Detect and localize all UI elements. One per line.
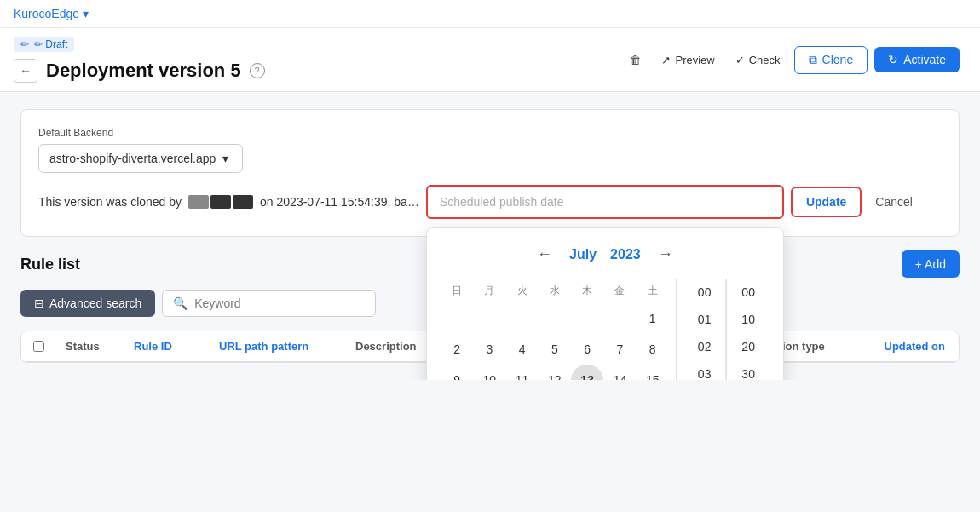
advanced-search-button[interactable]: ⊟ Advanced search xyxy=(20,290,155,317)
calendar-body-rows: 1234567891011121314151617181920212223242… xyxy=(441,303,669,380)
calendar-day-cell xyxy=(505,303,538,334)
page-title: Deployment version 5 xyxy=(46,60,241,82)
next-arrow-icon: → xyxy=(658,245,673,262)
hours-column: 000102030405 xyxy=(683,279,727,380)
calendar-day-cell[interactable]: 8 xyxy=(637,334,669,365)
backend-card: Default Backend astro-shopify-diverta.ve… xyxy=(20,109,960,237)
header-left: ✏ ✏ Draft ← Deployment version 5 ? xyxy=(14,37,265,83)
clone-icon: ⧉ xyxy=(809,53,817,67)
time-picker: 000102030405 001020304050 xyxy=(676,279,770,380)
th-rule-id[interactable]: Rule ID xyxy=(124,340,209,353)
select-all-checkbox[interactable] xyxy=(33,341,44,352)
hour-item[interactable]: 01 xyxy=(683,306,726,333)
calendar-weekday-cell: 木 xyxy=(571,279,603,303)
calendar-week-row: 9101112131415 xyxy=(441,365,669,380)
minute-item[interactable]: 20 xyxy=(727,333,770,360)
calendar-day-cell[interactable]: 13 xyxy=(571,365,603,380)
th-updated-on[interactable]: Updated on xyxy=(856,340,959,353)
check-button[interactable]: ✓ Check xyxy=(729,50,787,70)
calendar-day-cell[interactable]: 11 xyxy=(505,365,538,380)
calendar-day-cell[interactable]: 7 xyxy=(603,334,636,365)
draft-label: ✏ Draft xyxy=(34,38,67,50)
prev-arrow-icon: ← xyxy=(537,245,552,262)
calendar-next-button[interactable]: → xyxy=(654,242,677,267)
avatar-group xyxy=(188,195,253,209)
minute-item[interactable]: 10 xyxy=(727,306,770,333)
hour-item[interactable]: 02 xyxy=(683,333,726,360)
cancel-button[interactable]: Cancel xyxy=(868,188,919,216)
calendar-grid: 日月火水木金土 12345678910111213141516171819202… xyxy=(441,279,669,380)
calendar-weekday-cell: 日 xyxy=(441,279,473,303)
calendar-day-cell xyxy=(603,303,636,334)
calendar-day-cell[interactable]: 1 xyxy=(637,303,669,334)
minute-item[interactable]: 30 xyxy=(727,360,770,380)
calendar-week-row: 2345678 xyxy=(441,334,669,365)
search-icon: 🔍 xyxy=(173,296,187,310)
select-all-checkbox-wrapper xyxy=(21,341,55,352)
scheduled-area: ← July 2023 → xyxy=(426,185,942,219)
minutes-column: 001020304050 xyxy=(727,279,770,380)
calendar-day-cell[interactable]: 10 xyxy=(473,365,505,380)
preview-button[interactable]: ↗ Preview xyxy=(654,50,721,70)
calendar-day-cell xyxy=(571,303,603,334)
calendar-day-cell[interactable]: 3 xyxy=(473,334,505,365)
main-content: Default Backend astro-shopify-diverta.ve… xyxy=(0,92,980,380)
minute-item[interactable]: 00 xyxy=(727,279,770,306)
keyword-input[interactable] xyxy=(194,296,365,310)
calendar-body: 日月火水木金土 12345678910111213141516171819202… xyxy=(441,279,770,380)
back-icon: ← xyxy=(20,64,32,78)
calendar-weekday-cell: 水 xyxy=(539,279,571,303)
add-rule-button[interactable]: + Add xyxy=(902,250,960,278)
th-status: Status xyxy=(55,340,124,353)
calendar-day-cell[interactable]: 2 xyxy=(441,334,473,365)
advanced-search-label: Advanced search xyxy=(49,296,141,310)
calendar-day-cell[interactable]: 12 xyxy=(539,365,571,380)
clone-info-suffix: on 2023-07-11 15:54:39, ba… xyxy=(260,195,419,209)
update-button[interactable]: Update xyxy=(791,187,862,217)
rule-list-title: Rule list xyxy=(20,256,80,273)
app-name-label: KurocoEdge xyxy=(14,7,79,20)
calendar-prev-button[interactable]: ← xyxy=(533,242,556,267)
scheduled-date-input[interactable] xyxy=(426,185,784,219)
external-link-icon: ↗ xyxy=(661,54,671,66)
app-name-link[interactable]: KurocoEdge ▾ xyxy=(14,7,89,20)
calendar-weekday-cell: 土 xyxy=(637,279,669,303)
delete-button[interactable]: 🗑 xyxy=(623,50,648,70)
calendar-weekday-cell: 火 xyxy=(505,279,538,303)
calendar-month[interactable]: July xyxy=(569,247,597,262)
calendar-week-row: 1 xyxy=(441,303,669,334)
activate-button[interactable]: ↻ Activate xyxy=(874,47,960,72)
clone-info-row: This version was cloned by on 2023-07-11… xyxy=(38,185,942,219)
page-header: ✏ ✏ Draft ← Deployment version 5 ? 🗑 ↗ P… xyxy=(0,28,980,92)
keyword-search-wrapper: 🔍 xyxy=(162,290,376,317)
hour-item[interactable]: 03 xyxy=(683,360,726,380)
clone-info-prefix: This version was cloned by xyxy=(38,195,182,209)
hour-item[interactable]: 00 xyxy=(683,279,726,306)
calendar-day-cell[interactable]: 5 xyxy=(539,334,571,365)
top-bar: KurocoEdge ▾ xyxy=(0,0,980,28)
backend-select[interactable]: astro-shopify-diverta.vercel.app ▾ xyxy=(38,144,243,173)
th-url-path-pattern[interactable]: URL path pattern xyxy=(209,340,345,353)
scheduled-input-wrapper: ← July 2023 → xyxy=(426,185,784,219)
back-button[interactable]: ← xyxy=(14,59,37,83)
preview-label: Preview xyxy=(675,54,714,66)
calendar-day-cell xyxy=(539,303,571,334)
header-right: 🗑 ↗ Preview ✓ Check ⧉ Clone ↻ Activate xyxy=(623,46,960,74)
help-icon[interactable]: ? xyxy=(250,63,265,78)
avatar-2 xyxy=(210,195,231,209)
calendar-weekday-row: 日月火水木金土 xyxy=(441,279,669,303)
activate-icon: ↻ xyxy=(888,53,898,66)
calendar-day-cell[interactable]: 14 xyxy=(603,365,636,380)
clone-button[interactable]: ⧉ Clone xyxy=(794,46,868,74)
calendar-day-cell[interactable]: 15 xyxy=(637,365,669,380)
backend-value: astro-shopify-diverta.vercel.app xyxy=(49,152,216,165)
calendar-grid-container: 日月火水木金土 12345678910111213141516171819202… xyxy=(441,279,669,380)
check-label: Check xyxy=(749,54,781,66)
calendar-dropdown: ← July 2023 → xyxy=(426,227,784,380)
calendar-year[interactable]: 2023 xyxy=(610,247,641,262)
calendar-day-cell[interactable]: 9 xyxy=(441,365,473,380)
calendar-day-cell[interactable]: 6 xyxy=(571,334,603,365)
avatar-1 xyxy=(188,195,209,209)
calendar-day-cell[interactable]: 4 xyxy=(505,334,538,365)
clone-label: Clone xyxy=(822,53,854,66)
